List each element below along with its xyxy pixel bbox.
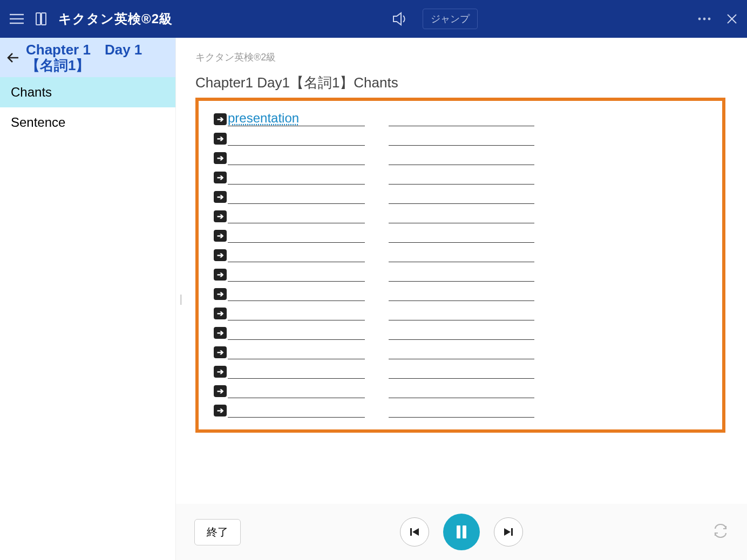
svg-marker-16 — [504, 528, 511, 536]
app-title: キクタン英検®2級 — [58, 10, 173, 28]
vocab-meaning — [389, 402, 534, 418]
vocab-meaning — [389, 286, 534, 301]
chapter-title: Chapter 1 Day 1 【名詞1】 — [26, 42, 169, 73]
vocab-word — [228, 169, 365, 185]
breadcrumb: キクタン英検®2級 — [195, 51, 725, 64]
vocab-meaning — [389, 169, 534, 185]
vocab-meaning — [389, 247, 534, 262]
arrow-right-icon[interactable]: ➔ — [214, 133, 227, 145]
vocab-row: ➔ — [214, 286, 707, 301]
vocab-row: ➔ — [214, 383, 707, 398]
arrow-right-icon[interactable]: ➔ — [214, 327, 227, 339]
prev-track-button[interactable] — [400, 517, 429, 547]
arrow-right-icon[interactable]: ➔ — [214, 113, 227, 125]
vocab-row: ➔ — [214, 247, 707, 262]
arrow-right-icon[interactable]: ➔ — [214, 385, 227, 397]
vocab-meaning — [389, 189, 534, 204]
vocab-row: ➔ — [214, 364, 707, 379]
svg-rect-3 — [36, 13, 40, 25]
svg-point-7 — [703, 18, 706, 21]
arrow-right-icon[interactable]: ➔ — [214, 346, 227, 358]
end-button[interactable]: 終了 — [194, 519, 241, 545]
vocab-panel: ➔presentation➔➔➔➔➔➔➔➔➔➔➔➔➔➔➔ — [195, 98, 725, 433]
vocab-row: ➔ — [214, 267, 707, 282]
vocab-word — [228, 364, 365, 379]
vocab-word — [228, 402, 365, 418]
vocab-word — [228, 228, 365, 243]
chapter-header[interactable]: Chapter 1 Day 1 【名詞1】 — [0, 38, 175, 77]
vocab-row: ➔presentation — [214, 111, 707, 126]
app-header: キクタン英検®2級 ジャンプ — [0, 0, 747, 38]
vocab-meaning — [389, 267, 534, 282]
sidebar: Chapter 1 Day 1 【名詞1】 ChantsSentence || — [0, 38, 176, 560]
book-icon[interactable] — [35, 12, 47, 26]
section-title: Chapter1 Day1【名詞1】Chants — [195, 73, 725, 92]
next-track-button[interactable] — [494, 517, 523, 547]
jump-button[interactable]: ジャンプ — [423, 9, 478, 29]
sidebar-item-sentence[interactable]: Sentence — [0, 107, 175, 138]
vocab-meaning — [389, 364, 534, 379]
arrow-right-icon[interactable]: ➔ — [214, 249, 227, 261]
arrow-right-icon[interactable]: ➔ — [214, 191, 227, 203]
vocab-meaning — [389, 325, 534, 340]
vocab-meaning — [389, 150, 534, 165]
arrow-right-icon[interactable]: ➔ — [214, 288, 227, 300]
speaker-icon[interactable] — [392, 12, 409, 26]
vocab-row: ➔ — [214, 402, 707, 418]
svg-rect-15 — [463, 525, 466, 538]
vocab-word — [228, 208, 365, 223]
more-icon[interactable] — [697, 17, 711, 21]
svg-rect-12 — [410, 528, 412, 536]
svg-rect-14 — [457, 525, 460, 538]
arrow-right-icon[interactable]: ➔ — [214, 210, 227, 222]
vocab-row: ➔ — [214, 305, 707, 320]
arrow-right-icon[interactable]: ➔ — [214, 405, 227, 416]
vocab-word — [228, 247, 365, 262]
arrow-right-icon[interactable]: ➔ — [214, 366, 227, 378]
vocab-word — [228, 344, 365, 359]
vocab-row: ➔ — [214, 131, 707, 146]
svg-rect-4 — [42, 13, 46, 25]
vocab-row: ➔ — [214, 228, 707, 243]
vocab-word — [228, 150, 365, 165]
arrow-right-icon[interactable]: ➔ — [214, 172, 227, 183]
vocab-word — [228, 305, 365, 320]
vocab-row: ➔ — [214, 208, 707, 223]
vocab-word — [228, 286, 365, 301]
vocab-meaning — [389, 305, 534, 320]
vocab-meaning — [389, 344, 534, 359]
close-icon[interactable] — [726, 13, 737, 24]
content-area: キクタン英検®2級 Chapter1 Day1【名詞1】Chants ➔pres… — [176, 38, 747, 504]
svg-point-6 — [698, 18, 701, 21]
vocab-word — [228, 383, 365, 398]
vocab-meaning — [389, 208, 534, 223]
arrow-right-icon[interactable]: ➔ — [214, 230, 227, 242]
vocab-word — [228, 325, 365, 340]
vocab-meaning — [389, 228, 534, 243]
svg-rect-17 — [511, 528, 513, 536]
arrow-right-icon[interactable]: ➔ — [214, 308, 227, 319]
vocab-word[interactable]: presentation — [228, 111, 365, 126]
repeat-icon[interactable] — [712, 524, 729, 540]
player-bar: 終了 — [176, 504, 747, 560]
arrow-right-icon[interactable]: ➔ — [214, 269, 227, 281]
svg-point-8 — [708, 18, 711, 21]
svg-marker-5 — [393, 13, 401, 25]
vocab-meaning — [389, 131, 534, 146]
vocab-row: ➔ — [214, 189, 707, 204]
vocab-row: ➔ — [214, 150, 707, 165]
pause-button[interactable] — [443, 514, 480, 550]
vocab-row: ➔ — [214, 325, 707, 340]
menu-icon[interactable] — [10, 13, 24, 24]
arrow-right-icon[interactable]: ➔ — [214, 152, 227, 164]
vocab-word — [228, 189, 365, 204]
back-icon[interactable] — [6, 51, 19, 64]
vocab-meaning — [389, 383, 534, 398]
vocab-meaning — [389, 111, 534, 126]
svg-marker-13 — [412, 528, 419, 536]
vocab-row: ➔ — [214, 169, 707, 185]
vocab-row: ➔ — [214, 344, 707, 359]
sidebar-item-chants[interactable]: Chants — [0, 77, 175, 107]
vocab-word — [228, 267, 365, 282]
vocab-word — [228, 131, 365, 146]
